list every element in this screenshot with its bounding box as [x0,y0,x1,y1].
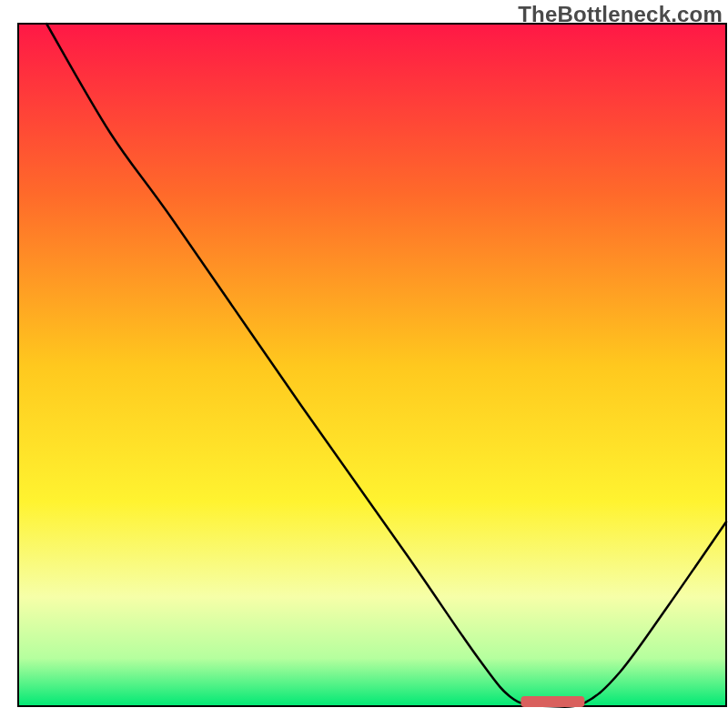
chart-plot-area [18,24,726,706]
optimum-marker [521,696,584,707]
bottleneck-chart [0,0,728,728]
chart-container: { "watermark": "TheBottleneck.com", "cha… [0,0,728,728]
